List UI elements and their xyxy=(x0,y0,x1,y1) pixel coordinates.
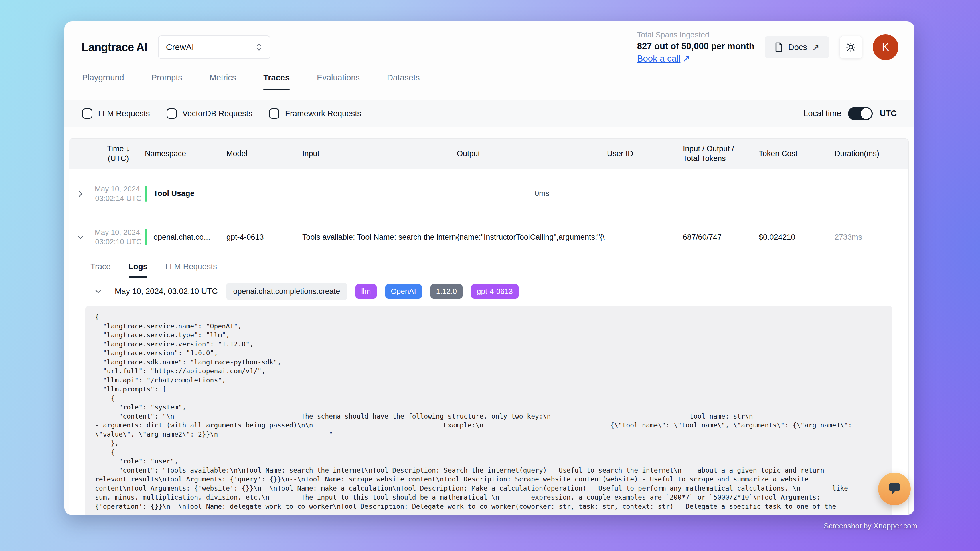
col-time: Time ↓(UTC) xyxy=(92,144,145,164)
badge-model: gpt-4-0613 xyxy=(471,284,519,299)
row-time: May 10, 2024,03:02:14 UTC xyxy=(92,184,145,203)
row-tokens: 687/60/747 xyxy=(683,233,759,242)
chat-bubble-icon xyxy=(886,480,903,497)
log-json: { "langtrace.service.name": "OpenAI", "l… xyxy=(95,313,883,511)
checkbox[interactable] xyxy=(269,108,279,119)
sun-icon xyxy=(845,42,856,52)
badge-llm: llm xyxy=(355,284,376,299)
log-code-block: { "langtrace.service.name": "OpenAI", "l… xyxy=(85,306,892,515)
col-tokens: Input / Output /Total Tokens xyxy=(683,144,759,164)
row-duration: 0ms xyxy=(457,189,607,198)
col-token-cost: Token Cost xyxy=(759,149,835,159)
external-arrow-icon: ↗ xyxy=(682,53,690,64)
document-icon xyxy=(775,42,783,52)
log-method-chip: openai.chat.completions.create xyxy=(226,283,347,300)
tab-evaluations[interactable]: Evaluations xyxy=(317,73,360,90)
timezone-switch[interactable] xyxy=(848,107,873,120)
col-user-id: User ID xyxy=(607,149,683,159)
tab-trace[interactable]: Trace xyxy=(91,256,111,278)
external-arrow-icon: ↗ xyxy=(812,42,819,52)
col-duration: Duration(ms) xyxy=(835,149,908,159)
usage-summary: Total Spans Ingested 827 out of 50,000 p… xyxy=(637,30,754,64)
chevron-updown-icon xyxy=(256,43,262,52)
utc-label: UTC xyxy=(880,109,897,118)
nav-tabs: Playground Prompts Metrics Traces Evalua… xyxy=(64,73,915,91)
tab-llm-requests[interactable]: LLM Requests xyxy=(165,256,217,278)
table-row[interactable]: May 10, 2024,03:02:14 UTC Tool Usage 0ms xyxy=(69,168,908,219)
docs-button[interactable]: Docs ↗ xyxy=(765,36,829,58)
traces-panel: Time ↓(UTC) Namespace Model Input Output… xyxy=(69,138,909,515)
app-title: Langtrace AI xyxy=(81,41,147,54)
filter-framework-requests[interactable]: Framework Requests xyxy=(269,108,361,119)
row-time: May 10, 2024,03:02:10 UTC xyxy=(92,228,145,247)
request-filters: LLM Requests VectorDB Requests Framework… xyxy=(82,108,361,119)
row-output: {name:"InstructorToolCalling",arguments:… xyxy=(457,233,607,242)
tab-metrics[interactable]: Metrics xyxy=(210,73,236,90)
row-model: gpt-4-0613 xyxy=(226,233,302,242)
chat-widget-button[interactable] xyxy=(878,473,911,505)
app-header: Langtrace AI CrewAI Total Spans Ingested… xyxy=(81,33,899,61)
col-input: Input xyxy=(302,149,457,159)
row-namespace: openai.chat.co... xyxy=(145,229,226,245)
local-time-label: Local time xyxy=(803,109,841,118)
checkbox[interactable] xyxy=(167,108,177,119)
col-model: Model xyxy=(226,149,302,159)
log-timestamp: May 10, 2024, 03:02:10 UTC xyxy=(115,287,218,296)
chevron-right-icon[interactable] xyxy=(69,189,92,198)
usage-label: Total Spans Ingested xyxy=(637,30,754,40)
tab-logs[interactable]: Logs xyxy=(129,256,148,278)
table-row[interactable]: May 10, 2024,03:02:10 UTC openai.chat.co… xyxy=(69,219,908,256)
book-a-call-link[interactable]: Book a call↗ xyxy=(637,53,754,64)
usage-value: 827 out of 50,000 per month xyxy=(637,41,754,51)
tab-prompts[interactable]: Prompts xyxy=(151,73,182,90)
project-select[interactable]: CrewAI xyxy=(158,35,270,59)
badge-version: 1.12.0 xyxy=(431,284,463,299)
timezone-toggle-group: Local time UTC xyxy=(803,107,897,120)
filter-llm-requests[interactable]: LLM Requests xyxy=(82,108,150,119)
table-header: Time ↓(UTC) Namespace Model Input Output… xyxy=(69,139,908,168)
switch-knob xyxy=(861,108,872,119)
row-span-name: Tool Usage xyxy=(145,186,226,202)
col-output: Output xyxy=(457,149,607,159)
checkbox[interactable] xyxy=(82,108,92,119)
chevron-down-icon[interactable] xyxy=(69,233,92,241)
status-bar xyxy=(145,229,147,245)
theme-toggle-button[interactable] xyxy=(840,36,862,59)
col-namespace: Namespace xyxy=(145,149,226,159)
row-cost: $0.024210 xyxy=(759,233,835,242)
project-select-value: CrewAI xyxy=(166,42,194,52)
docs-button-label: Docs xyxy=(788,43,807,52)
header-actions: Total Spans Ingested 827 out of 50,000 p… xyxy=(637,30,899,64)
watermark: Screenshot by Xnapper.com xyxy=(824,522,917,530)
filter-vectordb-requests[interactable]: VectorDB Requests xyxy=(167,108,253,119)
row-input: Tools available: Tool Name: search the i… xyxy=(302,233,457,242)
filter-bar: LLM Requests VectorDB Requests Framework… xyxy=(64,100,915,127)
row-duration: 2733ms xyxy=(835,233,908,242)
badge-vendor: OpenAI xyxy=(385,284,422,299)
tab-traces[interactable]: Traces xyxy=(263,73,290,90)
detail-tabs: Trace Logs LLM Requests xyxy=(69,256,908,278)
log-entry-header[interactable]: May 10, 2024, 03:02:10 UTC openai.chat.c… xyxy=(94,282,908,301)
avatar[interactable]: K xyxy=(873,34,899,60)
tab-playground[interactable]: Playground xyxy=(82,73,124,90)
tab-datasets[interactable]: Datasets xyxy=(387,73,420,90)
main-card: Langtrace AI CrewAI Total Spans Ingested… xyxy=(64,21,915,515)
chevron-down-icon[interactable] xyxy=(94,287,102,295)
status-bar xyxy=(145,186,147,202)
